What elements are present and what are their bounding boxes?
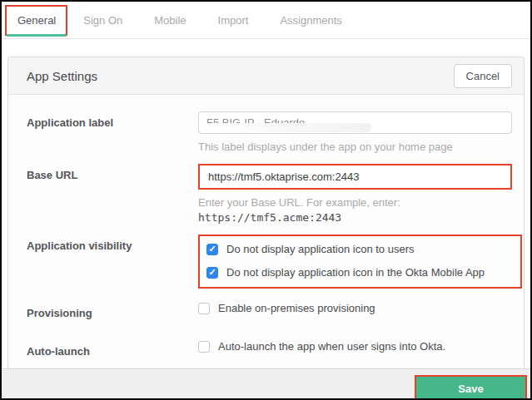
base-url-help-example: https://tmf5.acme:2443 [198, 211, 512, 224]
redaction-overlay [205, 123, 371, 132]
checkbox-hide-icon-mobile[interactable] [206, 267, 218, 279]
visibility-option-mobile: Do not display application icon in the O… [206, 266, 512, 279]
checkbox-hide-icon-mobile-label: Do not display application icon in the O… [226, 266, 485, 279]
auto-launch-row: Auto-launch Auto-launch the app when use… [27, 340, 512, 358]
save-button[interactable]: Save [416, 377, 525, 400]
tab-general[interactable]: General [7, 7, 66, 34]
checkbox-hide-icon-users-label: Do not display application icon to users [226, 243, 414, 255]
app-window: General Sign On Mobile Import Assignment… [0, 0, 532, 400]
annotation-box-save: Save [415, 375, 527, 400]
application-visibility-row: Application visibility Do not display ap… [27, 235, 512, 289]
auto-launch-option: Auto-launch the app when user signs into… [198, 340, 512, 353]
tab-mobile[interactable]: Mobile [138, 2, 201, 38]
checkbox-auto-launch[interactable] [198, 341, 210, 353]
provisioning-row: Provisioning Enable on-premises provisio… [27, 302, 512, 319]
panel-header: App Settings Cancel [8, 57, 524, 95]
active-tab-underline [7, 34, 66, 37]
visibility-option-users: Do not display application icon to users [206, 243, 512, 255]
provisioning-option: Enable on-premises provisioning [198, 302, 512, 314]
app-settings-panel: App Settings Cancel Application label F5… [7, 57, 525, 368]
form-footer: Save [2, 368, 530, 400]
base-url-input[interactable] [200, 165, 510, 188]
application-label-input[interactable]: F5 BIG-IP - Eduardo [198, 111, 512, 134]
annotation-box-visibility: Do not display application icon to users… [198, 235, 522, 289]
tab-import[interactable]: Import [202, 2, 265, 38]
tab-sign-on[interactable]: Sign On [67, 2, 138, 38]
checkbox-on-premises-provisioning[interactable] [198, 303, 210, 314]
provisioning-label: Provisioning [27, 302, 198, 319]
auto-launch-label: Auto-launch [27, 340, 198, 358]
panel-title: App Settings [27, 69, 97, 83]
settings-form: Application label F5 BIG-IP - Eduardo Th… [8, 95, 524, 368]
main-content: App Settings Cancel Application label F5… [2, 39, 530, 368]
tab-bar: General Sign On Mobile Import Assignment… [2, 2, 530, 39]
checkbox-hide-icon-users[interactable] [206, 244, 218, 255]
cancel-button[interactable]: Cancel [454, 64, 512, 88]
annotation-box-general-tab: General [5, 5, 67, 36]
application-label-help: This label displays under the app on you… [198, 141, 512, 153]
tab-assignments[interactable]: Assignments [264, 2, 357, 38]
annotation-box-base-url [198, 164, 512, 190]
base-url-row: Base URL Enter your Base URL. For exampl… [27, 164, 512, 224]
checkbox-on-premises-provisioning-label: Enable on-premises provisioning [218, 302, 375, 314]
application-visibility-label: Application visibility [27, 235, 198, 289]
base-url-help: Enter your Base URL. For example, enter: [198, 196, 512, 209]
application-label-label: Application label [27, 111, 198, 153]
application-label-row: Application label F5 BIG-IP - Eduardo Th… [27, 111, 512, 153]
checkbox-auto-launch-label: Auto-launch the app when user signs into… [218, 340, 445, 353]
base-url-label: Base URL [27, 164, 198, 224]
